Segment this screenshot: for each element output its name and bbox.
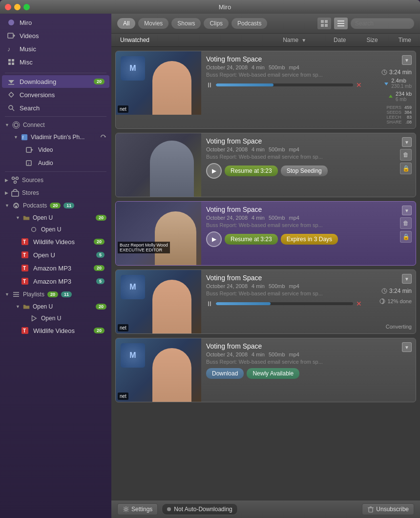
downloading-badge: 20 <box>94 79 105 84</box>
svg-rect-9 <box>8 84 14 85</box>
sidebar-item-misc[interactable]: Misc <box>2 56 109 68</box>
svg-point-59 <box>125 508 127 511</box>
sidebar-item-wildlife-playlist[interactable]: T Wildlife Videos 20 <box>16 324 109 337</box>
dropdown-5[interactable]: ▼ <box>402 342 412 352</box>
resume-button-2[interactable]: Resume at 3:23 <box>225 166 278 176</box>
sidebar-item-conversions[interactable]: Conversions <box>2 88 109 101</box>
connect-children: ▼ f Vladimir Putin's Ph... Video ♪ Audio <box>0 131 111 169</box>
settings-button[interactable]: Settings <box>117 503 158 515</box>
col-name[interactable]: Name <box>280 36 301 44</box>
sidebar-item-videos[interactable]: Videos <box>2 29 109 42</box>
col-time[interactable]: Time <box>396 36 414 44</box>
cancel-icon-1[interactable]: ✕ <box>356 81 362 89</box>
sidebar-sources-header[interactable]: ▶ Sources <box>0 174 111 186</box>
unsubscribe-button[interactable]: Unsubscribe <box>362 503 414 515</box>
filter-all[interactable]: All <box>117 18 135 29</box>
video-child-icon <box>25 145 34 154</box>
wildlife-icon: T <box>21 237 29 246</box>
auto-dl-label: Not Auto-Downloading <box>174 506 232 513</box>
grid-view-button[interactable] <box>317 18 331 29</box>
video-format-4: mp4 <box>289 283 299 289</box>
playlist-item-icon <box>30 315 37 322</box>
filter-shows[interactable]: Shows <box>171 18 201 29</box>
close-button[interactable] <box>5 4 11 10</box>
lock-icon-2[interactable]: 🔒 <box>400 163 412 174</box>
sidebar-item-playlist-openu[interactable]: Open U <box>25 313 109 324</box>
sidebar-divider-3 <box>5 171 106 172</box>
play-button-2[interactable]: ▶ <box>206 163 222 179</box>
filter-clips[interactable]: Clips <box>204 18 229 29</box>
video-thumb-2 <box>116 133 201 197</box>
svg-point-13 <box>13 122 20 128</box>
conversions-icon <box>7 90 16 99</box>
sidebar-podcasts-header[interactable]: ▼ Podcasts 20 11 <box>0 199 111 212</box>
dropdown-1[interactable]: ▼ <box>402 55 412 65</box>
sidebar-item-downloading[interactable]: Downloading 20 <box>2 75 109 88</box>
sidebar-item-openu-podcast2[interactable]: T Open U 5 <box>16 249 109 261</box>
openu-badge: 20 <box>96 215 106 221</box>
sidebar-openu-folder-header[interactable]: ▼ Open U 20 <box>14 212 111 224</box>
sidebar-putin-header[interactable]: ▼ f Vladimir Putin's Ph... <box>14 131 111 143</box>
stop-seed-button-2[interactable]: Stop Seeding <box>281 166 328 176</box>
sidebar-connect-header[interactable]: ▼ Connect <box>0 119 111 131</box>
wildlife-badge: 20 <box>94 239 105 245</box>
thumb-person-4 <box>152 280 191 333</box>
sidebar-item-music[interactable]: ♪ Music <box>2 42 109 55</box>
play-button-3[interactable]: ▶ <box>206 231 222 247</box>
side-up-1: 234 kb 6 mb <box>396 91 412 102</box>
sidebar-playlist-openu-header[interactable]: ▼ Open U 20 <box>14 301 111 312</box>
col-unwatched[interactable]: Unwatched <box>117 36 152 44</box>
pause-icon-4[interactable]: ⏸ <box>206 300 213 308</box>
playlist-openu-chevron-icon: ▼ <box>16 304 20 309</box>
new-button-5[interactable]: Newly Available <box>247 368 299 379</box>
auto-dl-toggle[interactable]: Not Auto-Downloading <box>162 503 237 515</box>
col-size[interactable]: Size <box>363 36 380 44</box>
pause-icon-1[interactable]: ⏸ <box>206 81 213 89</box>
ul-arrow-icon-1 <box>388 94 394 100</box>
video-info-2: October 24, 2008 4 min 500mb mp4 <box>206 146 362 152</box>
sidebar-item-amazon1[interactable]: T Amazon MP3 20 <box>16 262 109 274</box>
sidebar-item-audio[interactable]: ♪ Audio <box>23 157 109 169</box>
sidebar-stores-header[interactable]: ▶ Stores <box>0 186 111 199</box>
wildlife-playlist-label: Wildlife Videos <box>33 327 90 334</box>
sidebar-item-amazon2[interactable]: T Amazon MP3 5 <box>16 275 109 288</box>
search-input[interactable] <box>351 18 414 29</box>
sidebar-label-downloading: Downloading <box>20 78 90 85</box>
list-icon <box>337 20 344 27</box>
dropdown-2[interactable]: ▼ <box>402 137 412 147</box>
maximize-button[interactable] <box>23 4 30 10</box>
download-button-5[interactable]: Download <box>206 368 244 379</box>
playlists-chevron-icon: ▼ <box>5 292 9 297</box>
sidebar-item-wildlife[interactable]: T Wildlife Videos 20 <box>16 235 109 248</box>
sidebar-item-openu-podcast[interactable]: Open U <box>25 224 109 235</box>
sidebar-item-search[interactable]: Search <box>2 102 109 114</box>
peer-stats-1: PEERS459 SEEDS384 LEECH83 SHARE.08 <box>386 105 412 124</box>
playlists-children: ▼ Open U 20 Open U T Wildlife Videos 20 <box>0 301 111 337</box>
gear-icon <box>123 506 129 513</box>
podcasts-badge-1: 20 <box>50 203 61 208</box>
trash-button-3[interactable]: 🗑 <box>400 217 412 229</box>
svg-point-27 <box>15 206 17 207</box>
sidebar-item-miro[interactable]: Miro <box>2 16 109 29</box>
trash-button-2[interactable]: 🗑 <box>400 149 412 161</box>
playlists-badge-1: 20 <box>47 291 58 297</box>
clock-icon-4 <box>381 288 387 294</box>
lock-icon-3[interactable]: 🔒 <box>400 231 412 243</box>
sidebar-item-video[interactable]: Video <box>23 144 109 156</box>
svg-point-10 <box>9 105 13 109</box>
leech-val-1: 83 <box>407 115 412 120</box>
video-title-1: Voting from Space <box>206 55 362 63</box>
sidebar-playlists-header[interactable]: ▼ Playlists 20 11 <box>0 288 111 301</box>
cancel-icon-4[interactable]: ✕ <box>356 300 362 308</box>
expires-button-3[interactable]: Expires in 3 Days <box>281 234 338 245</box>
filter-podcasts[interactable]: Podcasts <box>231 18 267 29</box>
video-info-5: October 24, 2008 4 min 500mb mp4 <box>206 352 362 357</box>
minimize-button[interactable] <box>14 4 21 10</box>
dropdown-3[interactable]: ▼ <box>402 206 412 215</box>
col-date[interactable]: Date <box>331 36 349 44</box>
resume-button-3[interactable]: Resume at 3:23 <box>225 234 278 245</box>
dropdown-4[interactable]: ▼ <box>402 274 412 284</box>
filter-movies[interactable]: Movies <box>138 18 168 29</box>
video-desc-text-2: Web-based email service from sp... <box>239 154 323 160</box>
list-view-button[interactable] <box>334 18 348 29</box>
